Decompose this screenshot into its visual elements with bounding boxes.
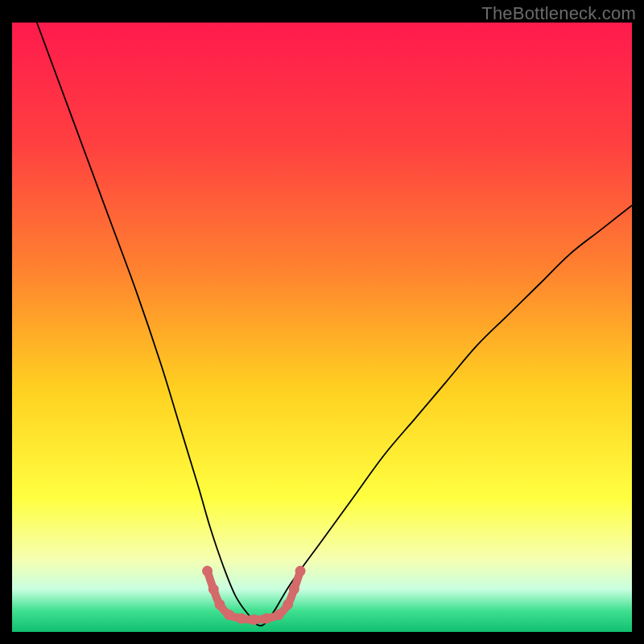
optimal-marker-dot (261, 613, 271, 624)
optimal-marker-dot (208, 584, 219, 595)
chart-frame: TheBottleneck.com (0, 0, 644, 644)
optimal-marker-dot (283, 599, 293, 609)
optimal-marker-dot (236, 613, 246, 624)
plot-area (12, 23, 632, 632)
optimal-marker-dot (214, 599, 225, 609)
watermark-text: TheBottleneck.com (481, 3, 636, 24)
chart-svg (12, 23, 632, 632)
optimal-marker-dot (224, 609, 234, 620)
optimal-marker-dot (274, 609, 284, 620)
optimal-marker-dot (295, 566, 306, 576)
optimal-marker-dot (289, 584, 299, 595)
optimal-marker-dot (202, 566, 213, 576)
optimal-marker-dot (249, 614, 259, 625)
